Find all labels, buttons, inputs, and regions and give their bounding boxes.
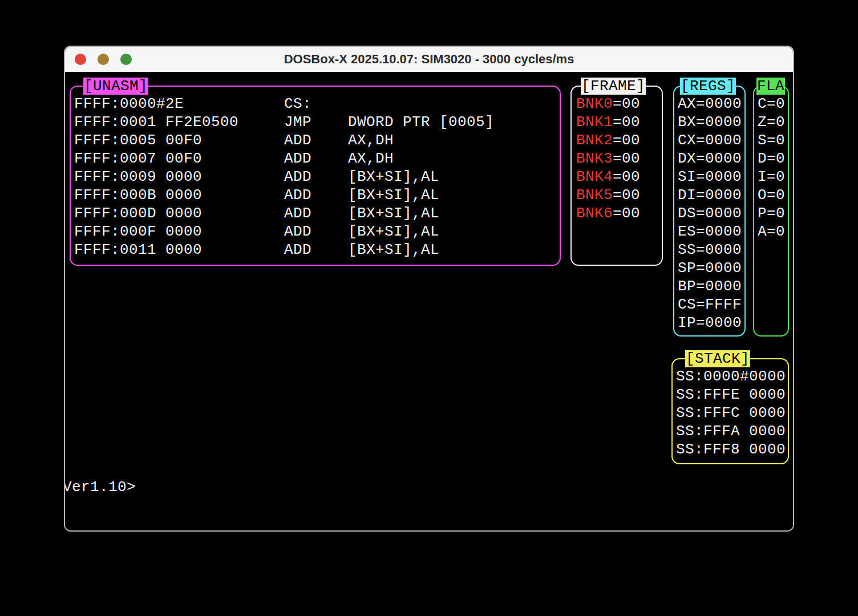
unasm-row: FFFF:000B 0000 ADD [BX+SI],AL: [74, 186, 560, 204]
stack-rows: SS:0000#0000SS:FFFE 0000SS:FFFC 0000SS:F…: [673, 359, 788, 459]
stack-row: SS:FFFC 0000: [676, 404, 788, 422]
register-row: BP=0000: [678, 277, 744, 295]
registers-panel-title: [REGS]: [680, 78, 736, 95]
register-row: CS=FFFF: [678, 295, 744, 314]
stack-panel: [STACK] SS:0000#0000SS:FFFE 0000SS:FFFC …: [671, 358, 789, 464]
minimize-button[interactable]: [98, 54, 109, 65]
flag-row: D=0: [758, 149, 788, 168]
register-row: IP=0000: [678, 314, 744, 332]
register-row: ES=0000: [678, 222, 744, 241]
register-row: SS=0000: [678, 241, 744, 259]
unasm-row: FFFF:0009 0000 ADD [BX+SI],AL: [74, 168, 560, 186]
bank-name: BNK3: [576, 150, 613, 167]
zoom-button[interactable]: [120, 54, 132, 65]
bank-name: BNK1: [576, 114, 613, 131]
stack-row: SS:0000#0000: [676, 367, 788, 386]
registers-panel: [REGS] AX=0000BX=0000CX=0000DX=0000SI=00…: [673, 86, 746, 337]
flag-row: Z=0: [758, 113, 788, 131]
bank-name: BNK2: [576, 132, 613, 149]
register-row: BX=0000: [678, 113, 744, 131]
register-row: SP=0000: [678, 259, 744, 277]
bank-row: BNK4=00: [576, 168, 662, 186]
bank-row: BNK0=00: [576, 95, 662, 113]
bank-value: =00: [613, 150, 640, 167]
flag-row: C=0: [758, 95, 788, 113]
bank-value: =00: [613, 168, 640, 185]
unasm-row: FFFF:0001 FF2E0500 JMP DWORD PTR [0005]: [74, 113, 560, 131]
register-row: AX=0000: [678, 95, 744, 113]
bank-row: BNK2=00: [576, 131, 662, 149]
flag-row: O=0: [758, 186, 788, 204]
bank-name: BNK5: [576, 187, 613, 204]
stack-row: SS:FFFE 0000: [676, 386, 788, 404]
flag-row: I=0: [758, 168, 788, 186]
titlebar[interactable]: DOSBox-X 2025.10.07: SIM3020 - 3000 cycl…: [65, 47, 793, 72]
bank-row: BNK1=00: [576, 113, 662, 131]
bank-name: BNK6: [576, 205, 613, 222]
bank-value: =00: [613, 114, 640, 131]
debugger-screen: [UNASM] FFFF:0000#2E CS: FFFF:0001 FF2E0…: [65, 72, 793, 530]
bank-value: =00: [613, 132, 640, 149]
bank-row: BNK3=00: [576, 149, 662, 168]
stack-panel-title: [STACK]: [685, 350, 750, 367]
traffic-lights: [75, 47, 132, 72]
close-button[interactable]: [75, 54, 86, 65]
unasm-row: FFFF:0011 0000 ADD [BX+SI],AL: [74, 241, 560, 259]
stack-row: SS:FFF8 0000: [676, 440, 788, 459]
register-row: DS=0000: [678, 204, 744, 222]
stack-row: SS:FFFA 0000: [676, 422, 788, 440]
flag-rows: C=0Z=0S=0D=0I=0O=0P=0A=0: [754, 87, 788, 241]
flag-row: S=0: [758, 131, 788, 149]
bank-name: BNK0: [576, 95, 613, 112]
register-row: CX=0000: [678, 131, 744, 149]
flags-panel-title: FLA: [756, 78, 785, 95]
bank-value: =00: [613, 205, 640, 222]
register-row: SI=0000: [678, 168, 744, 186]
register-row: DI=0000: [678, 186, 744, 204]
register-row: DX=0000: [678, 149, 744, 168]
window-title: DOSBox-X 2025.10.07: SIM3020 - 3000 cycl…: [65, 52, 793, 67]
frame-rows: BNK0=00BNK1=00BNK2=00BNK3=00BNK4=00BNK5=…: [572, 87, 662, 222]
bank-value: =00: [613, 187, 640, 204]
unasm-row: FFFF:0007 00F0 ADD AX,DH: [74, 149, 560, 168]
dosbox-window: DOSBox-X 2025.10.07: SIM3020 - 3000 cycl…: [64, 46, 794, 532]
flags-panel: FLA C=0Z=0S=0D=0I=0O=0P=0A=0: [753, 86, 789, 337]
bank-name: BNK4: [576, 168, 613, 185]
bank-row: BNK6=00: [576, 204, 662, 222]
bank-row: BNK5=00: [576, 186, 662, 204]
bank-value: =00: [613, 95, 640, 112]
frame-panel: [FRAME] BNK0=00BNK1=00BNK2=00BNK3=00BNK4…: [570, 86, 663, 266]
unasm-panel-title: [UNASM]: [83, 78, 148, 95]
unasm-rows: FFFF:0000#2E CS: FFFF:0001 FF2E0500 JMP …: [71, 87, 560, 259]
register-rows: AX=0000BX=0000CX=0000DX=0000SI=0000DI=00…: [674, 87, 744, 332]
unasm-row: FFFF:0000#2E CS:: [74, 95, 560, 113]
flag-row: A=0: [758, 222, 788, 241]
unasm-row: FFFF:0005 00F0 ADD AX,DH: [74, 131, 560, 149]
frame-panel-title: [FRAME]: [581, 78, 646, 95]
unasm-row: FFFF:000D 0000 ADD [BX+SI],AL: [74, 204, 560, 222]
command-prompt[interactable]: Ver1.10>: [64, 478, 136, 496]
unasm-panel: [UNASM] FFFF:0000#2E CS: FFFF:0001 FF2E0…: [70, 86, 561, 266]
flag-row: P=0: [758, 204, 788, 222]
unasm-row: FFFF:000F 0000 ADD [BX+SI],AL: [74, 222, 560, 241]
